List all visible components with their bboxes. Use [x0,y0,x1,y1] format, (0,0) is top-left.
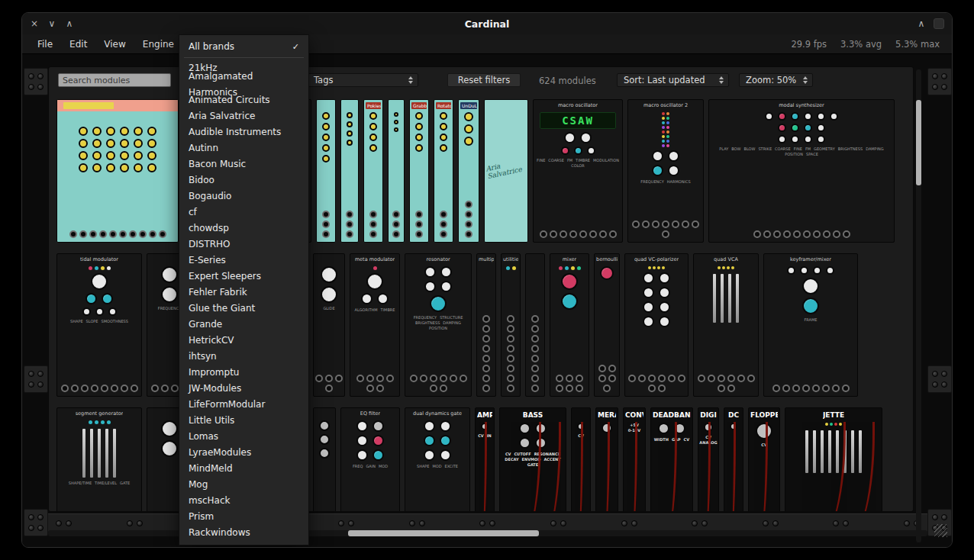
brand-menu-item-bacon-music[interactable]: Bacon Music [179,156,308,172]
module-card-resonator[interactable]: resonatorFREQUENCYSTRUCTUREBRIGHTNESSDAM… [405,253,472,397]
brand-menu-item-ihtsyn[interactable]: ihtsyn [179,349,308,365]
vertical-scrollbar-thumb[interactable] [916,100,921,185]
module-card-amp[interactable]: AMPCVIN [475,407,495,511]
chevron-up-icon[interactable]: ∧ [63,18,76,30]
brand-menu-item-hetrickcv[interactable]: HetrickCV [179,333,308,349]
module-card-dc[interactable]: DC [724,407,743,511]
module-card-undular[interactable]: UnDuLaR [458,99,479,243]
close-window-icon[interactable]: × [28,18,40,30]
knob [464,137,473,146]
reset-filters-button[interactable]: Reset filters [447,73,521,87]
brand-menu-item-autinn[interactable]: Autinn [179,140,308,156]
brand-menu-item-label: cf [189,204,197,220]
module-card-unnamed[interactable] [525,253,545,397]
brand-menu-item-little-utils[interactable]: Little Utils [179,413,308,429]
brand-menu-item-expert-sleepers[interactable]: Expert Sleepers [179,269,308,285]
module-card-quad-vca[interactable]: quad VCA [693,253,759,397]
module-card-unnamed[interactable]: Aria Salvatrice [484,99,528,243]
sort-select[interactable]: Sort: Last updated [617,73,729,87]
module-label: GAIN [366,464,376,468]
led-dots [559,266,581,270]
brand-menu-item-distrho[interactable]: DISTRHO [179,237,308,253]
module-card-unnamed[interactable] [388,99,405,243]
module-card-unnamed[interactable] [56,99,179,243]
module-label: MOD [379,464,388,468]
jack-port [822,385,830,392]
knob-row [802,298,819,314]
brand-menu-item-all-brands[interactable]: All brands✓ [179,39,308,55]
module-card-macro-oscillator[interactable]: macro oscillatorCSAWFINECOARSEFMTIMBREMO… [533,99,623,243]
module-card-utilities[interactable]: utilities [501,253,521,397]
screw [550,520,556,526]
check-icon: ✓ [292,39,299,55]
brand-menu-item-prism[interactable]: Prism [179,509,308,525]
brand-menu-item-e-series[interactable]: E-Series [179,253,308,269]
brand-menu-item-bogaudio[interactable]: Bogaudio [179,188,308,204]
vertical-scrollbar[interactable] [916,69,921,542]
module-card-conv[interactable]: CONV+5V0-10V [623,407,646,511]
brand-menu-item-chowdsp[interactable]: chowdsp [179,220,308,237]
module-card-bernoulli-gate[interactable]: bernoulli gate [594,253,620,397]
menubar-item-file[interactable]: File [29,34,61,54]
module-card-multiples[interactable]: multiples [476,253,496,397]
brand-menu-item-mog[interactable]: Mog [179,477,308,493]
module-card-quad-vc-polarizer[interactable]: quad VC-polarizer [624,253,689,397]
module-card-unnamed[interactable]: CV [571,407,591,511]
brand-menu-item-mindmeld[interactable]: MindMeld [179,461,308,477]
brand-menu-item-amalgamated-harmonics[interactable]: Amalgamated Harmonics [179,76,308,92]
jack-port [415,230,423,238]
brand-menu-item-aria-salvatrice[interactable]: Aria Salvatrice [179,108,308,124]
brand-menu-item-impromptu[interactable]: Impromptu [179,365,308,381]
module-card-keyframer-mixer[interactable]: keyframer/mixerFRAME [763,253,858,397]
brand-menu-item-jw-modules[interactable]: JW-Modules [179,381,308,397]
module-card-jette[interactable]: JETTE [785,407,882,511]
brand-menu-item-audible-instruments[interactable]: Audible Instruments [179,124,308,140]
knob [440,112,447,120]
brand-menu-item-mschack[interactable]: mscHack [179,493,308,509]
module-card-grabby[interactable]: Grabby [409,99,429,243]
knob [440,134,447,141]
brand-menu-item-lifeformmodular[interactable]: LifeFormModular [179,397,308,413]
brand-menu-item-cf[interactable]: cf [179,204,308,220]
app-icon[interactable] [934,18,944,29]
module-card-unnamed[interactable]: GLIDE [313,253,345,397]
horizontal-scrollbar-thumb[interactable] [348,530,539,536]
search-modules-input[interactable] [58,73,171,87]
brand-menu-item-glue-the-giant[interactable]: Glue the Giant [179,301,308,317]
jack-port [119,230,127,238]
module-card-segment-generator[interactable]: segment generatorSHAPE/TIMETIME/LEVELGAT… [56,407,142,511]
module-card-tidal-modulator[interactable]: tidal modulatorSHAPESLOPESMOOTHNESS [56,253,142,397]
brand-menu-item-fehler-fabrik[interactable]: Fehler Fabrik [179,285,308,301]
module-card-modal-synthesizer[interactable]: modal synthesizerPLAYBOWBLOWSTRIKECOARSE… [708,99,895,243]
menubar-item-engine[interactable]: Engine [134,34,182,54]
module-card-macro-oscillator-2[interactable]: macro oscillator 2FREQUENCYHARMONICS [627,99,704,243]
module-card-pokies[interactable]: Pokies [363,99,383,243]
brand-menu-item-lyraemodules[interactable]: LyraeModules [179,445,308,461]
module-card-mixer[interactable]: mixer [550,253,589,397]
menubar-item-edit[interactable]: Edit [61,34,95,54]
brand-menu-item-grande[interactable]: Grande [179,317,308,333]
module-card-unnamed[interactable] [313,407,336,511]
brand-menu-item-lomas[interactable]: Lomas [179,429,308,445]
module-card-rotatoes[interactable]: Rotatoes [434,99,453,243]
brand-menu-item-rackwindows[interactable]: Rackwindows [179,525,308,541]
menubar-item-view[interactable]: View [95,34,134,54]
module-card-unnamed[interactable] [340,99,359,243]
zoom-select[interactable]: Zoom: 50% [739,73,813,87]
module-card-eq-filter[interactable]: EQ filterFREQGAINMOD [340,407,400,511]
brand-menu-item-bidoo[interactable]: Bidoo [179,172,308,188]
resize-grip[interactable] [934,524,947,537]
module-card-bass[interactable]: BASSCVCUTOFFRESONANCEDECAYENVMODACCENTGA… [499,407,566,511]
module-card-dual-dynamics-gate[interactable]: dual dynamics gateSHAPEMODEXCITE [405,407,470,511]
module-card-digi[interactable]: DIGICVANALOG [698,407,719,511]
module-card-mera[interactable]: MERA [595,407,618,511]
module-card-meta-modulator[interactable]: meta modulatorALGORITHMTIMBRE [350,253,400,397]
jack-port [366,375,374,382]
tags-filter-select[interactable]: Tags [307,73,418,87]
module-card-deadband[interactable]: DEADBANDWIDTHGAPCV [650,407,693,511]
jack-port [392,230,400,238]
chevron-down-icon[interactable]: ∨ [46,18,58,30]
module-card-flopper[interactable]: FLOPPERCV [748,407,780,511]
shade-window-icon[interactable]: ∧ [915,18,927,30]
module-card-unnamed[interactable] [316,99,336,243]
